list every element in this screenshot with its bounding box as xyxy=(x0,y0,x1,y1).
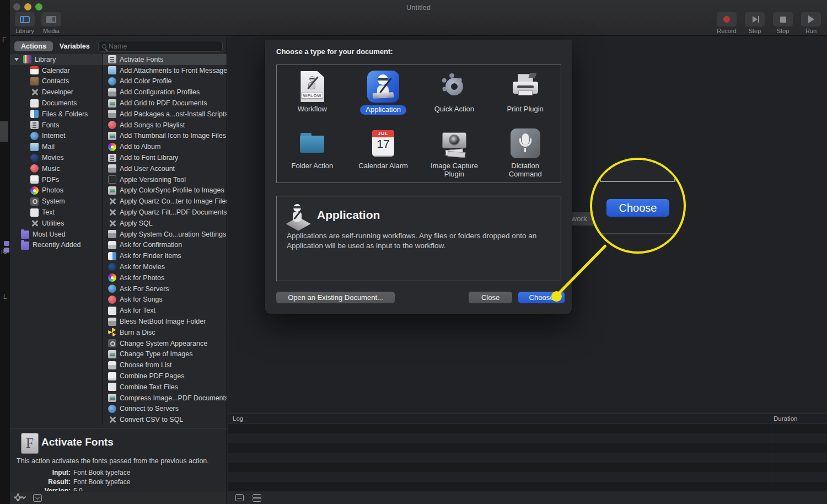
document-type-option[interactable]: WFLOW Workflow xyxy=(277,68,348,125)
action-list-item[interactable]: Combine Text Files xyxy=(103,382,227,393)
search-input[interactable] xyxy=(109,42,208,50)
callout-anchor-dot xyxy=(551,291,562,302)
search-field[interactable] xyxy=(98,41,223,52)
category-label: Music xyxy=(42,165,60,173)
action-list-item[interactable]: Ask for Text xyxy=(103,305,227,316)
document-type-label: Workflow xyxy=(298,105,327,114)
action-list-item[interactable]: Burn a Disc xyxy=(103,327,227,338)
document-type-option[interactable]: Print Plugin xyxy=(490,68,561,125)
sidebar-category-item[interactable]: Fonts xyxy=(10,120,103,131)
document-type-option[interactable]: Image Capture Plugin xyxy=(419,125,490,182)
document-type-option[interactable]: Folder Action xyxy=(277,125,348,182)
action-icon xyxy=(108,99,116,108)
action-list-item[interactable]: Apply System Co...uration Settings xyxy=(103,229,227,240)
category-icon xyxy=(30,186,39,195)
action-list-item[interactable]: Convert CSV to SQL xyxy=(103,414,227,425)
document-type-option[interactable]: Dictation Command xyxy=(490,125,561,182)
sidebar-category-item[interactable]: Text xyxy=(10,207,103,218)
action-list-item[interactable]: Apply Quartz Co...ter to Image Files xyxy=(103,196,227,207)
action-list-item[interactable]: Add to Album xyxy=(103,141,227,152)
panel-toggle-button[interactable] xyxy=(33,494,42,502)
sidebar-category-item[interactable]: Music xyxy=(10,163,103,174)
document-type-option[interactable]: Application xyxy=(348,68,419,125)
duration-column-header[interactable]: Duration xyxy=(774,415,797,422)
action-list-item[interactable]: Ask For Servers xyxy=(103,283,227,294)
action-label: Ask for Confirmation xyxy=(120,241,182,249)
background-fragment: iC xyxy=(1,248,7,255)
category-icon xyxy=(30,164,39,173)
action-list-item[interactable]: Add Thumbnail Icon to Image Files xyxy=(103,131,227,142)
sidebar-category-item[interactable]: Movies xyxy=(10,152,103,163)
action-list-item[interactable]: Combine PDF Pages xyxy=(103,371,227,382)
sidebar-category-item[interactable]: Utilities xyxy=(10,218,103,229)
sidebar-category-item[interactable]: Developer xyxy=(10,87,103,98)
action-list-item[interactable]: Apply Quartz Filt...PDF Documents xyxy=(103,207,227,218)
action-list-item[interactable]: Activate Fonts xyxy=(103,54,227,65)
disclosure-triangle-icon[interactable] xyxy=(14,58,19,61)
action-list-item[interactable]: Add Configuration Profiles xyxy=(103,87,227,98)
sidebar-category-item[interactable]: Documents xyxy=(10,98,103,109)
action-list-item[interactable]: Add Packages a...ost-Install Scripts xyxy=(103,109,227,120)
sidebar-category-item[interactable]: Files & Folders xyxy=(10,109,103,120)
action-list-item[interactable]: Ask for Songs xyxy=(103,294,227,305)
steps-view-button[interactable] xyxy=(253,494,261,502)
open-existing-document-button[interactable]: Open an Existing Document... xyxy=(276,292,395,303)
toolbar-button[interactable]: Stop xyxy=(772,12,793,34)
document-type-option[interactable]: Quick Action xyxy=(419,68,490,125)
action-list-item[interactable]: Apply SQL xyxy=(103,218,227,229)
action-list-item[interactable]: Add to Font Library xyxy=(103,152,227,163)
action-list-item[interactable]: Add Attachments to Front Message xyxy=(103,65,227,76)
action-list-item[interactable]: Connect to Servers xyxy=(103,404,227,415)
sidebar-category-item[interactable]: Internet xyxy=(10,131,103,142)
action-list-item[interactable]: Change Type of Images xyxy=(103,349,227,360)
sidebar-category-item[interactable]: Recently Added xyxy=(10,240,103,251)
document-type-label: Print Plugin xyxy=(507,105,543,114)
close-button[interactable]: Close xyxy=(469,292,512,303)
action-menu-button[interactable] xyxy=(15,495,25,500)
sidebar-category-item[interactable]: Mail xyxy=(10,141,103,152)
action-icon xyxy=(108,394,116,402)
action-list-item[interactable]: Ask for Photos xyxy=(103,272,227,283)
action-list-item[interactable]: Ask for Movies xyxy=(103,261,227,272)
action-list-item[interactable]: Ask for Finder Items xyxy=(103,250,227,261)
action-icon xyxy=(108,296,116,304)
toolbar-button[interactable]: Record xyxy=(716,12,737,34)
sidebar-tab[interactable]: Actions xyxy=(14,41,53,51)
action-list-item[interactable]: Ask for Confirmation xyxy=(103,240,227,251)
action-icon xyxy=(108,285,116,293)
document-type-option[interactable]: JUL 17 Calendar Alarm xyxy=(348,125,419,182)
sidebar-category-item[interactable]: Photos xyxy=(10,185,103,196)
toolbar-button[interactable]: Library xyxy=(14,12,35,34)
toolbar-button-label: Stop xyxy=(777,28,790,34)
document-type-icon xyxy=(438,71,470,103)
sidebar-item-library[interactable]: Library xyxy=(10,54,103,65)
sidebar-tab[interactable]: Variables xyxy=(53,41,96,51)
action-label: Apply SQL xyxy=(120,219,153,227)
action-list-item[interactable]: Apply ColorSync Profile to Images xyxy=(103,185,227,196)
sidebar-category-item[interactable]: Contacts xyxy=(10,76,103,87)
action-list-item[interactable]: Apple Versioning Tool xyxy=(103,174,227,185)
toolbar-button[interactable]: Step xyxy=(744,12,765,34)
action-list-item[interactable]: Add User Account xyxy=(103,163,227,174)
action-list-item[interactable]: Add Songs to Playlist xyxy=(103,120,227,131)
toolbar-button[interactable]: Media xyxy=(41,12,62,34)
desktop-background: F iC L xyxy=(0,0,10,504)
action-list-item[interactable]: Choose from List xyxy=(103,360,227,371)
sidebar-category-item[interactable]: PDFs xyxy=(10,174,103,185)
action-list-item[interactable]: Add Color Profile xyxy=(103,76,227,87)
sidebar-category-item[interactable]: Most Used xyxy=(10,229,103,240)
magnified-choose-button[interactable]: Choose xyxy=(606,199,669,217)
sidebar-category-item[interactable]: Calendar xyxy=(10,65,103,76)
sidebar-category-item[interactable]: System xyxy=(10,196,103,207)
action-list-item[interactable]: Bless NetBoot Image Folder xyxy=(103,316,227,327)
log-footer xyxy=(228,491,827,504)
action-list-item[interactable]: Add Grid to PDF Documents xyxy=(103,98,227,109)
log-view-button[interactable] xyxy=(235,494,244,501)
action-list-item[interactable]: Compress Image...PDF Documents xyxy=(103,393,227,404)
action-icon xyxy=(108,383,116,391)
action-list-item[interactable]: Change System Appearance xyxy=(103,338,227,349)
dialog-heading: Choose a type for your document: xyxy=(276,47,393,56)
toolbar-button[interactable]: Run xyxy=(801,12,821,34)
log-column-header[interactable]: Log xyxy=(233,415,243,422)
category-icon xyxy=(30,143,39,151)
